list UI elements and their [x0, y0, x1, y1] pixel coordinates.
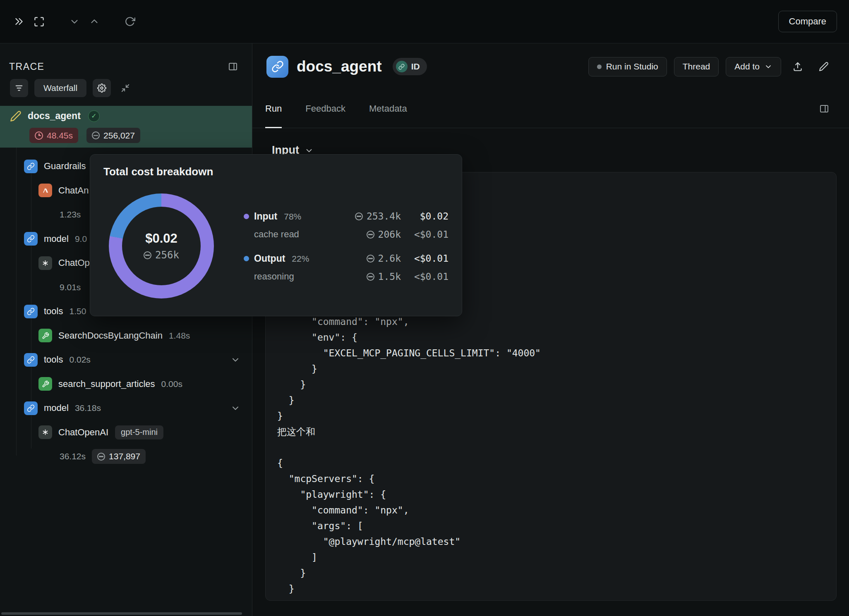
token-icon	[367, 231, 374, 239]
detail-panel-toggle-button[interactable]	[817, 101, 832, 116]
maximize-icon	[34, 16, 45, 27]
token-icon	[144, 251, 151, 259]
tooltip-title: Total cost breakdown	[103, 165, 213, 178]
pencil-agent-icon	[10, 110, 22, 122]
chevron-down-icon	[305, 146, 314, 155]
clock-icon	[35, 131, 43, 140]
filter-button[interactable]	[10, 79, 28, 97]
run-in-studio-button[interactable]: Run in Studio	[588, 57, 667, 76]
gear-icon	[97, 84, 106, 93]
run-header: docs_agent ID Run in Studio Thread Add t…	[252, 43, 849, 90]
chain-icon	[24, 305, 38, 318]
output-color-dot	[244, 256, 249, 261]
legend-row-input: Input78% 253.4k $0.02	[244, 207, 448, 225]
chevron-down-icon	[764, 62, 772, 71]
chevron-down-icon	[69, 16, 80, 27]
link-icon	[396, 61, 408, 72]
openai-icon	[38, 425, 52, 439]
minimize-icon	[121, 84, 130, 93]
wrench-icon	[38, 329, 52, 342]
token-icon	[355, 212, 363, 220]
trace-node-search-support[interactable]: search_support_articles 0.00s	[0, 372, 252, 396]
legend-row-reasoning: reasoning 1.5k <$0.01	[244, 267, 448, 286]
panel-icon	[228, 62, 238, 72]
chain-icon	[24, 160, 38, 173]
trace-panel-toggle-button[interactable]	[225, 59, 240, 74]
trace-root-node[interactable]: docs_agent ✓ 48.45s 256,027	[0, 106, 252, 148]
top-toolbar: Compare	[0, 0, 849, 43]
cost-legend: Input78% 253.4k $0.02 cache read 206k <$…	[244, 207, 448, 286]
run-title: docs_agent	[297, 58, 382, 75]
openai-icon	[38, 256, 52, 270]
thread-button[interactable]: Thread	[674, 57, 719, 76]
success-check-badge: ✓	[88, 110, 100, 122]
collapse-panel-button[interactable]	[9, 12, 29, 31]
run-id-badge[interactable]: ID	[393, 58, 427, 75]
collapse-all-button[interactable]	[117, 79, 134, 97]
trace-panel-title: TRACE	[9, 61, 44, 72]
trace-root-label: docs_agent	[28, 110, 81, 122]
tab-run[interactable]: Run	[265, 90, 282, 128]
app-root: Compare TRACE Waterfall docs_agent ✓ 48.…	[0, 0, 849, 616]
legend-row-output: Output22% 2.6k <$0.01	[244, 249, 448, 267]
next-run-button[interactable]	[84, 12, 104, 31]
donut-center: $0.02 256k	[109, 193, 214, 298]
edit-button[interactable]	[814, 57, 833, 76]
share-button[interactable]	[788, 57, 807, 76]
panel-icon	[819, 104, 829, 114]
collapse-node-chevron[interactable]	[230, 403, 240, 413]
legend-row-cache-read: cache read 206k <$0.01	[244, 225, 448, 244]
trace-settings-button[interactable]	[93, 79, 111, 97]
chain-icon	[24, 232, 38, 246]
run-detail-panel: docs_agent ID Run in Studio Thread Add t…	[252, 43, 849, 616]
trace-node-tools-2[interactable]: tools 0.02s	[0, 348, 252, 372]
token-icon	[92, 131, 100, 139]
wrench-icon	[38, 377, 52, 391]
chevron-down-icon	[230, 403, 240, 413]
add-to-button[interactable]: Add to	[726, 57, 781, 76]
chain-icon	[24, 401, 38, 415]
pencil-icon	[819, 62, 829, 72]
trace-controls: Waterfall	[10, 79, 134, 97]
filter-icon	[14, 84, 24, 93]
anthropic-icon	[38, 184, 52, 197]
chevrons-right-icon	[13, 16, 25, 27]
token-icon	[367, 255, 374, 263]
compare-button[interactable]: Compare	[778, 11, 837, 32]
refresh-button[interactable]	[120, 12, 140, 31]
chain-run-icon	[266, 56, 288, 78]
chain-icon	[24, 353, 38, 367]
status-dot-icon	[597, 64, 602, 69]
fullscreen-button[interactable]	[29, 12, 49, 31]
view-mode-button[interactable]: Waterfall	[34, 79, 86, 97]
tab-metadata[interactable]: Metadata	[369, 90, 407, 128]
run-tabs: Run Feedback Metadata	[252, 90, 849, 128]
chevron-down-icon	[230, 355, 240, 365]
chevron-up-icon	[89, 16, 100, 27]
horizontal-scrollbar-thumb[interactable]	[1, 612, 242, 615]
tab-feedback[interactable]: Feedback	[305, 90, 345, 128]
input-color-dot	[244, 214, 249, 219]
refresh-icon	[125, 16, 135, 27]
model-name-badge: gpt-5-mini	[115, 425, 163, 439]
trace-node-chatopenai-2[interactable]: ChatOpenAI gpt-5-mini	[0, 420, 252, 445]
trace-node-model-2[interactable]: model 36.18s	[0, 396, 252, 420]
trace-node-searchdocs[interactable]: SearchDocsByLangChain 1.48s	[0, 324, 252, 348]
trace-stats-row: 36.12s 137,897	[0, 444, 252, 469]
token-icon	[97, 453, 105, 461]
token-icon	[367, 273, 374, 281]
cost-breakdown-tooltip: Total cost breakdown $0.02 256k Input78%…	[90, 154, 462, 316]
tokens-badge: 256,027	[86, 128, 140, 143]
duration-badge: 48.45s	[29, 128, 78, 143]
header-actions: Run in Studio Thread Add to	[588, 57, 833, 76]
previous-run-button[interactable]	[65, 12, 84, 31]
total-cost-value: $0.02	[145, 231, 177, 246]
upload-icon	[792, 61, 803, 72]
collapse-node-chevron[interactable]	[230, 355, 240, 365]
tokens-badge: 137,897	[92, 449, 146, 464]
total-tokens-value: 256k	[144, 249, 179, 261]
trace-sidebar: TRACE Waterfall docs_agent ✓ 48.45s 256,…	[0, 43, 252, 616]
